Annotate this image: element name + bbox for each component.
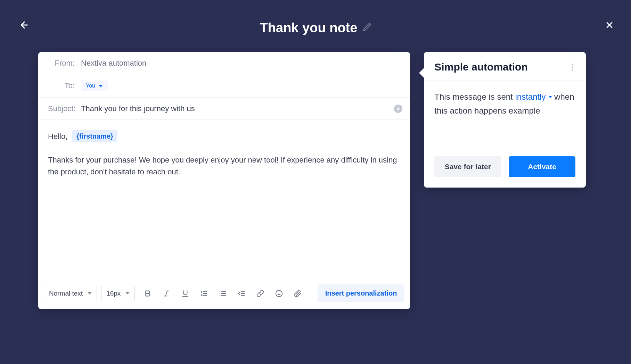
to-label: To: — [48, 81, 81, 90]
underline-icon — [181, 290, 189, 297]
automation-panel: Simple automation This message is sent i… — [424, 52, 586, 188]
ordered-list-button[interactable] — [197, 286, 211, 301]
link-button[interactable] — [253, 286, 268, 301]
page-title: Thank you note — [260, 20, 358, 35]
outdent-button[interactable] — [234, 286, 249, 301]
svg-line-7 — [166, 291, 168, 296]
chevron-down-icon — [125, 292, 130, 295]
x-icon — [396, 107, 400, 111]
personalization-token[interactable]: {firstname} — [72, 130, 117, 142]
greeting-text: Hello, — [48, 132, 67, 141]
font-size-value: 16px — [106, 290, 121, 297]
unordered-list-icon — [219, 290, 227, 297]
from-value: Nextiva automation — [81, 59, 146, 68]
timing-dropdown[interactable]: instantly — [515, 90, 552, 104]
chevron-down-icon — [99, 85, 103, 87]
edit-title-button[interactable] — [363, 23, 371, 33]
emoji-button[interactable] — [272, 286, 286, 301]
chevron-down-icon — [549, 96, 552, 98]
attachment-button[interactable] — [290, 286, 305, 301]
automation-description: This message is sent instantly when this… — [424, 81, 586, 149]
email-composer: From: Nextiva automation To: You Subject… — [38, 52, 410, 309]
editor-toolbar: Normal text 16px — [38, 280, 410, 309]
to-row: To: You — [38, 74, 410, 98]
paperclip-icon — [294, 290, 302, 297]
greeting-line: Hello, {firstname} — [48, 130, 400, 142]
desc-prefix: This message is sent — [434, 92, 513, 101]
font-size-dropdown[interactable]: 16px — [101, 286, 135, 301]
link-icon — [256, 290, 264, 297]
back-button[interactable] — [17, 17, 32, 33]
pencil-icon — [363, 23, 371, 31]
automation-title: Simple automation — [434, 61, 527, 73]
subject-input[interactable] — [81, 104, 400, 113]
text-style-value: Normal text — [49, 290, 83, 297]
italic-button[interactable] — [159, 286, 174, 301]
more-menu-button[interactable] — [570, 61, 575, 73]
subject-row: Subject: — [38, 98, 410, 120]
arrow-left-icon — [19, 20, 30, 30]
insert-personalization-button[interactable]: Insert personalization — [318, 284, 405, 302]
outdent-icon — [238, 290, 245, 297]
to-dropdown[interactable]: You — [81, 81, 108, 91]
underline-button[interactable] — [178, 286, 192, 301]
header: Thank you note — [0, 0, 631, 42]
save-for-later-button[interactable]: Save for later — [434, 156, 501, 177]
email-body-editor[interactable]: Hello, {firstname} Thanks for your purch… — [38, 120, 410, 280]
close-icon — [605, 20, 614, 30]
svg-point-21 — [276, 290, 282, 296]
from-label: From: — [48, 59, 81, 68]
bold-icon — [144, 290, 151, 297]
clear-subject-button[interactable] — [394, 105, 402, 113]
bold-button[interactable] — [140, 286, 155, 301]
italic-icon — [163, 290, 170, 297]
unordered-list-button[interactable] — [215, 286, 230, 301]
activate-button[interactable]: Activate — [509, 156, 575, 177]
ordered-list-icon — [200, 290, 208, 297]
text-style-dropdown[interactable]: Normal text — [44, 286, 97, 301]
close-button[interactable] — [602, 17, 617, 33]
timing-value: instantly — [515, 90, 546, 104]
from-row: From: Nextiva automation — [38, 52, 410, 74]
subject-label: Subject: — [48, 104, 81, 113]
body-text: Thanks for your purchase! We hope you de… — [48, 154, 400, 178]
emoji-icon — [275, 290, 283, 297]
to-value-text: You — [86, 83, 95, 89]
chevron-down-icon — [88, 292, 92, 295]
dots-icon — [572, 64, 573, 65]
